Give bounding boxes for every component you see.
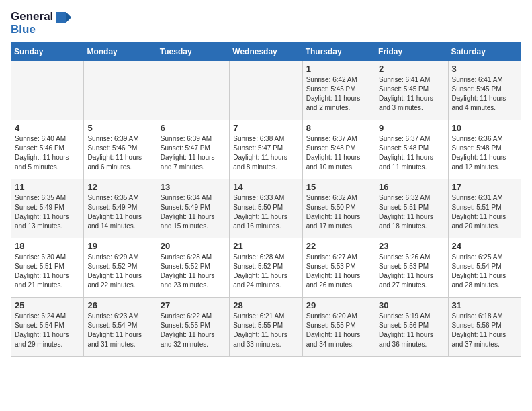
day-cell: 24 Sunrise: 6:25 AMSunset: 5:54 PMDaylig… xyxy=(448,238,521,298)
logo: General Blue xyxy=(11,11,71,36)
day-number: 14 xyxy=(233,182,298,192)
day-number: 8 xyxy=(306,123,371,133)
day-cell: 17 Sunrise: 6:31 AMSunset: 5:51 PMDaylig… xyxy=(448,179,521,238)
day-cell: 9 Sunrise: 6:37 AMSunset: 5:48 PMDayligh… xyxy=(375,120,448,179)
day-info: Sunrise: 6:30 AMSunset: 5:51 PMDaylight:… xyxy=(15,253,80,290)
day-info: Sunrise: 6:21 AMSunset: 5:55 PMDaylight:… xyxy=(233,312,298,349)
day-cell: 29 Sunrise: 6:20 AMSunset: 5:55 PMDaylig… xyxy=(302,298,375,357)
day-cell xyxy=(157,61,229,120)
day-number: 7 xyxy=(233,123,298,133)
day-info: Sunrise: 6:36 AMSunset: 5:48 PMDaylight:… xyxy=(452,134,517,172)
day-number: 12 xyxy=(87,182,152,192)
day-cell: 4 Sunrise: 6:40 AMSunset: 5:46 PMDayligh… xyxy=(11,120,84,179)
day-cell: 14 Sunrise: 6:33 AMSunset: 5:50 PMDaylig… xyxy=(230,179,302,238)
day-info: Sunrise: 6:28 AMSunset: 5:52 PMDaylight:… xyxy=(161,253,226,290)
day-number: 15 xyxy=(306,182,371,192)
day-cell: 26 Sunrise: 6:23 AMSunset: 5:54 PMDaylig… xyxy=(84,298,157,357)
day-cell: 21 Sunrise: 6:28 AMSunset: 5:52 PMDaylig… xyxy=(230,238,302,298)
day-number: 17 xyxy=(452,182,517,192)
day-info: Sunrise: 6:32 AMSunset: 5:50 PMDaylight:… xyxy=(306,193,371,231)
day-cell: 2 Sunrise: 6:41 AMSunset: 5:45 PMDayligh… xyxy=(375,61,448,120)
day-info: Sunrise: 6:40 AMSunset: 5:46 PMDaylight:… xyxy=(15,134,80,172)
day-info: Sunrise: 6:26 AMSunset: 5:53 PMDaylight:… xyxy=(379,253,444,290)
day-header-friday: Friday xyxy=(375,43,448,61)
day-cell: 13 Sunrise: 6:34 AMSunset: 5:49 PMDaylig… xyxy=(157,179,229,238)
day-cell: 1 Sunrise: 6:42 AMSunset: 5:45 PMDayligh… xyxy=(302,61,375,120)
day-number: 1 xyxy=(306,64,371,74)
header: General Blue xyxy=(11,11,521,36)
day-cell: 27 Sunrise: 6:22 AMSunset: 5:55 PMDaylig… xyxy=(157,298,229,357)
day-number: 23 xyxy=(379,241,444,251)
day-info: Sunrise: 6:19 AMSunset: 5:56 PMDaylight:… xyxy=(379,312,444,349)
day-number: 9 xyxy=(379,123,444,133)
day-info: Sunrise: 6:41 AMSunset: 5:45 PMDaylight:… xyxy=(379,75,444,113)
day-number: 4 xyxy=(15,123,80,133)
day-info: Sunrise: 6:23 AMSunset: 5:54 PMDaylight:… xyxy=(87,312,152,349)
day-info: Sunrise: 6:28 AMSunset: 5:52 PMDaylight:… xyxy=(233,253,298,290)
day-info: Sunrise: 6:34 AMSunset: 5:49 PMDaylight:… xyxy=(161,193,226,231)
day-info: Sunrise: 6:37 AMSunset: 5:48 PMDaylight:… xyxy=(306,134,371,172)
day-info: Sunrise: 6:39 AMSunset: 5:46 PMDaylight:… xyxy=(87,134,152,172)
day-number: 19 xyxy=(87,241,152,251)
day-header-monday: Monday xyxy=(84,43,157,61)
day-number: 29 xyxy=(306,300,371,310)
day-cell: 25 Sunrise: 6:24 AMSunset: 5:54 PMDaylig… xyxy=(11,298,84,357)
day-header-sunday: Sunday xyxy=(11,43,84,61)
day-cell: 30 Sunrise: 6:19 AMSunset: 5:56 PMDaylig… xyxy=(375,298,448,357)
day-cell: 18 Sunrise: 6:30 AMSunset: 5:51 PMDaylig… xyxy=(11,238,84,298)
day-number: 18 xyxy=(15,241,80,251)
day-cell: 11 Sunrise: 6:35 AMSunset: 5:49 PMDaylig… xyxy=(11,179,84,238)
day-number: 26 xyxy=(87,300,152,310)
day-info: Sunrise: 6:20 AMSunset: 5:55 PMDaylight:… xyxy=(306,312,371,349)
day-info: Sunrise: 6:18 AMSunset: 5:56 PMDaylight:… xyxy=(452,312,517,349)
day-cell xyxy=(84,61,157,120)
calendar-table: SundayMondayTuesdayWednesdayThursdayFrid… xyxy=(11,42,521,357)
day-cell: 22 Sunrise: 6:27 AMSunset: 5:53 PMDaylig… xyxy=(302,238,375,298)
day-cell: 5 Sunrise: 6:39 AMSunset: 5:46 PMDayligh… xyxy=(84,120,157,179)
day-header-wednesday: Wednesday xyxy=(230,43,302,61)
day-number: 10 xyxy=(452,123,517,133)
day-info: Sunrise: 6:31 AMSunset: 5:51 PMDaylight:… xyxy=(452,193,517,231)
day-number: 16 xyxy=(379,182,444,192)
day-number: 21 xyxy=(233,241,298,251)
day-info: Sunrise: 6:24 AMSunset: 5:54 PMDaylight:… xyxy=(15,312,80,349)
day-number: 11 xyxy=(15,182,80,192)
day-number: 22 xyxy=(306,241,371,251)
day-cell: 28 Sunrise: 6:21 AMSunset: 5:55 PMDaylig… xyxy=(230,298,302,357)
day-cell: 16 Sunrise: 6:32 AMSunset: 5:51 PMDaylig… xyxy=(375,179,448,238)
day-number: 31 xyxy=(452,300,517,310)
week-row-4: 18 Sunrise: 6:30 AMSunset: 5:51 PMDaylig… xyxy=(11,238,521,298)
day-info: Sunrise: 6:42 AMSunset: 5:45 PMDaylight:… xyxy=(306,75,371,113)
day-info: Sunrise: 6:29 AMSunset: 5:52 PMDaylight:… xyxy=(87,253,152,290)
day-number: 3 xyxy=(452,64,517,74)
day-info: Sunrise: 6:33 AMSunset: 5:50 PMDaylight:… xyxy=(233,193,298,231)
day-info: Sunrise: 6:41 AMSunset: 5:45 PMDaylight:… xyxy=(452,75,517,113)
day-info: Sunrise: 6:22 AMSunset: 5:55 PMDaylight:… xyxy=(161,312,226,349)
day-cell: 8 Sunrise: 6:37 AMSunset: 5:48 PMDayligh… xyxy=(302,120,375,179)
week-row-1: 1 Sunrise: 6:42 AMSunset: 5:45 PMDayligh… xyxy=(11,61,521,120)
day-number: 24 xyxy=(452,241,517,251)
day-info: Sunrise: 6:32 AMSunset: 5:51 PMDaylight:… xyxy=(379,193,444,231)
day-cell: 23 Sunrise: 6:26 AMSunset: 5:53 PMDaylig… xyxy=(375,238,448,298)
day-cell: 6 Sunrise: 6:39 AMSunset: 5:47 PMDayligh… xyxy=(157,120,229,179)
day-cell: 19 Sunrise: 6:29 AMSunset: 5:52 PMDaylig… xyxy=(84,238,157,298)
day-cell xyxy=(230,61,302,120)
day-info: Sunrise: 6:37 AMSunset: 5:48 PMDaylight:… xyxy=(379,134,444,172)
day-number: 27 xyxy=(161,300,226,310)
week-row-5: 25 Sunrise: 6:24 AMSunset: 5:54 PMDaylig… xyxy=(11,298,521,357)
day-cell: 10 Sunrise: 6:36 AMSunset: 5:48 PMDaylig… xyxy=(448,120,521,179)
day-number: 25 xyxy=(15,300,80,310)
day-header-saturday: Saturday xyxy=(448,43,521,61)
day-number: 20 xyxy=(161,241,226,251)
week-row-2: 4 Sunrise: 6:40 AMSunset: 5:46 PMDayligh… xyxy=(11,120,521,179)
day-header-tuesday: Tuesday xyxy=(157,43,229,61)
day-number: 30 xyxy=(379,300,444,310)
day-info: Sunrise: 6:38 AMSunset: 5:47 PMDaylight:… xyxy=(233,134,298,172)
svg-marker-1 xyxy=(66,12,71,23)
day-cell: 20 Sunrise: 6:28 AMSunset: 5:52 PMDaylig… xyxy=(157,238,229,298)
day-header-thursday: Thursday xyxy=(302,43,375,61)
day-info: Sunrise: 6:35 AMSunset: 5:49 PMDaylight:… xyxy=(15,193,80,231)
week-row-3: 11 Sunrise: 6:35 AMSunset: 5:49 PMDaylig… xyxy=(11,179,521,238)
header-row: SundayMondayTuesdayWednesdayThursdayFrid… xyxy=(11,43,521,61)
day-cell: 31 Sunrise: 6:18 AMSunset: 5:56 PMDaylig… xyxy=(448,298,521,357)
